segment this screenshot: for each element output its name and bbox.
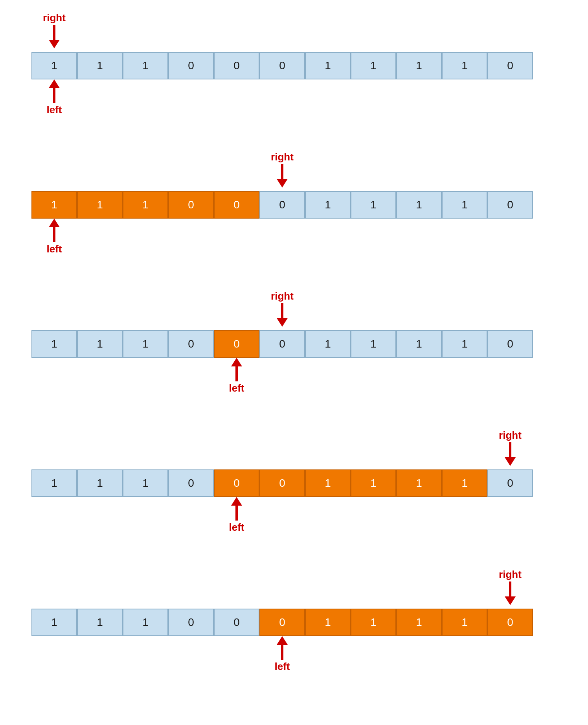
- array-cell: 0: [487, 469, 533, 497]
- array-cell: 1: [442, 330, 487, 358]
- left-label: left: [229, 382, 244, 394]
- array-cell: 0: [214, 469, 259, 497]
- array-cell: 1: [123, 52, 168, 79]
- array-cell: 1: [123, 330, 168, 358]
- array-cell: 1: [351, 330, 396, 358]
- left-arrow-shaft: [53, 227, 55, 242]
- right-arrow-head: [505, 596, 516, 605]
- right-arrow-shaft: [509, 442, 511, 457]
- array-cell: 1: [31, 191, 77, 219]
- right-pointer-above: right: [42, 12, 66, 48]
- array-cell: 1: [305, 330, 351, 358]
- left-arrow-head: [231, 358, 242, 366]
- array-cell: 0: [168, 52, 214, 79]
- array-cell: 1: [123, 469, 168, 497]
- left-label: left: [47, 243, 62, 255]
- array-cell: 1: [351, 191, 396, 219]
- array-cell: 0: [168, 469, 214, 497]
- row-section-5: right11100011110left: [16, 569, 572, 676]
- array-cell: 1: [396, 330, 442, 358]
- left-arrow-shaft: [281, 645, 283, 660]
- array-cell: 0: [487, 191, 533, 219]
- right-pointer-above: right: [498, 569, 522, 605]
- array-cell: 1: [442, 52, 487, 79]
- array-cell: 1: [77, 609, 123, 636]
- right-arrow-head: [277, 179, 288, 188]
- array-cell: 1: [396, 191, 442, 219]
- array-cell: 0: [168, 330, 214, 358]
- right-label: right: [499, 429, 522, 442]
- left-arrow-head: [49, 219, 60, 227]
- left-arrow-head: [231, 497, 242, 506]
- left-arrow-head: [49, 79, 60, 88]
- array-cell: 1: [442, 609, 487, 636]
- array-cell: 0: [259, 469, 305, 497]
- array-row-4: 11100011110: [31, 469, 533, 497]
- array-cell: 1: [351, 469, 396, 497]
- array-cell: 1: [305, 191, 351, 219]
- right-arrow-shaft: [281, 164, 283, 179]
- right-label: right: [499, 569, 522, 581]
- array-cell: 1: [31, 330, 77, 358]
- array-cell: 1: [77, 52, 123, 79]
- array-cell: 1: [31, 609, 77, 636]
- left-label: left: [275, 661, 290, 673]
- left-label: left: [47, 104, 62, 116]
- right-label: right: [43, 12, 66, 24]
- array-cell: 1: [351, 609, 396, 636]
- array-cell: 1: [396, 609, 442, 636]
- array-row-3: 11100011110: [31, 330, 533, 358]
- array-cell: 1: [77, 469, 123, 497]
- row-section-4: right11100011110left: [16, 429, 572, 537]
- right-arrow-shaft: [281, 303, 283, 318]
- right-label: right: [271, 151, 294, 163]
- right-arrow-head: [277, 318, 288, 327]
- left-pointer-below: left: [42, 79, 66, 116]
- array-cell: 0: [168, 609, 214, 636]
- left-arrow-shaft: [53, 88, 55, 103]
- right-pointer-above: right: [498, 429, 522, 466]
- array-cell: 0: [214, 191, 259, 219]
- array-cell: 0: [259, 609, 305, 636]
- array-cell: 1: [351, 52, 396, 79]
- array-cell: 1: [305, 52, 351, 79]
- array-cell: 0: [487, 52, 533, 79]
- array-cell: 0: [168, 191, 214, 219]
- array-cell: 1: [442, 469, 487, 497]
- array-cell: 0: [214, 330, 259, 358]
- array-cell: 1: [123, 609, 168, 636]
- array-cell: 1: [31, 52, 77, 79]
- array-cell: 1: [396, 52, 442, 79]
- left-pointer-below: left: [270, 636, 294, 673]
- left-pointer-below: left: [225, 358, 248, 394]
- array-row-1: 11100011110: [31, 52, 533, 79]
- array-cell: 1: [31, 469, 77, 497]
- right-label: right: [271, 290, 294, 302]
- left-pointer-below: left: [42, 219, 66, 255]
- row-section-2: right11100011110left: [16, 151, 572, 259]
- right-pointer-above: right: [270, 290, 294, 327]
- array-row-5: 11100011110: [31, 609, 533, 636]
- left-arrow-shaft: [235, 366, 238, 381]
- left-arrow-shaft: [235, 506, 238, 521]
- left-arrow-head: [277, 636, 288, 645]
- right-arrow-shaft: [53, 25, 55, 40]
- array-row-2: 11100011110: [31, 191, 533, 219]
- array-cell: 0: [259, 191, 305, 219]
- row-section-3: right11100011110left: [16, 290, 572, 398]
- array-cell: 1: [305, 469, 351, 497]
- left-label: left: [229, 521, 244, 534]
- array-cell: 0: [214, 52, 259, 79]
- array-cell: 1: [442, 191, 487, 219]
- array-cell: 1: [77, 191, 123, 219]
- array-cell: 0: [487, 609, 533, 636]
- array-cell: 1: [77, 330, 123, 358]
- array-cell: 0: [259, 330, 305, 358]
- array-cell: 1: [123, 191, 168, 219]
- array-cell: 0: [214, 609, 259, 636]
- array-cell: 0: [487, 330, 533, 358]
- right-arrow-shaft: [509, 581, 511, 596]
- right-pointer-above: right: [270, 151, 294, 188]
- array-cell: 1: [396, 469, 442, 497]
- diagram-container: right11100011110leftright11100011110left…: [0, 0, 588, 719]
